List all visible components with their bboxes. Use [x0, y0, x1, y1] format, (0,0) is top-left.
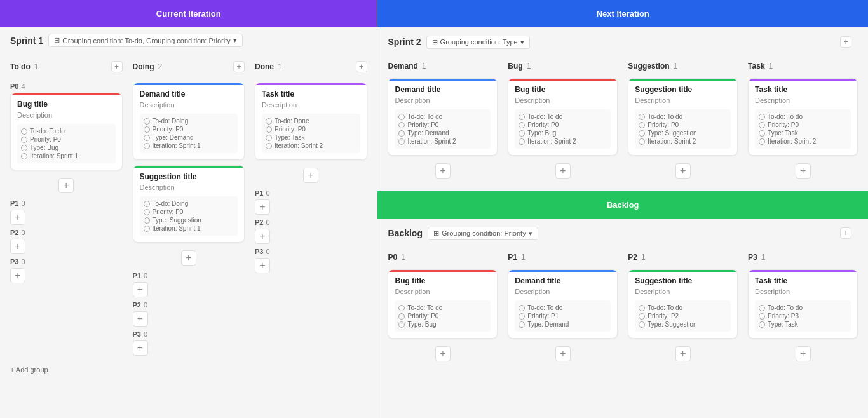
col-bug-label: Bug [508, 62, 522, 71]
column-doing-count: 2 [158, 62, 163, 71]
column-doing-header: Doing 2 + [133, 56, 245, 78]
done-p1-add[interactable]: + [255, 199, 270, 215]
bld-r3: Type: Demand [519, 321, 607, 328]
doing-p3-add[interactable]: + [133, 340, 148, 356]
card-suggestion-backlog[interactable]: Suggestion title Description To-do: To d… [628, 269, 738, 339]
backlog-sprint-header: Backlog ⊞ Grouping condition: Priority ▾… [377, 219, 868, 248]
todo-add-card-btn[interactable]: + [58, 178, 74, 193]
doing-p1: P10 [133, 272, 245, 280]
meta-text-3: Type: Bug [30, 144, 58, 151]
sprint1-title: Sprint 1 [10, 36, 43, 46]
col-bug-header: Bug 1 [508, 59, 618, 73]
doing-p2-add[interactable]: + [133, 311, 148, 327]
column-done-count: 1 [278, 62, 282, 71]
demand-meta-row-4: Iteration: Sprint 1 [144, 142, 234, 149]
blb-r1: To-do: To do [398, 304, 487, 311]
card-bug-backlog[interactable]: Bug title Description To-do: To do Prior… [388, 269, 498, 339]
group-p3-todo: P3 0 [10, 258, 123, 266]
add-todo-btn[interactable]: + [111, 61, 123, 72]
ni-demand-add[interactable]: + [435, 163, 451, 179]
bl-task-meta: To-do: To do Priority: P3 Type: Task [755, 300, 851, 332]
bls-t3: Type: Suggestion [648, 321, 696, 328]
sug-meta-text-4: Iteration: Sprint 1 [153, 225, 201, 232]
t-meta-text-1: To-do: Done [275, 118, 309, 125]
column-done-label: Done [255, 62, 274, 71]
bld-r2: Priority: P1 [519, 313, 607, 320]
meta-icon-4 [21, 153, 27, 159]
blt-t1: To-do: To do [768, 304, 803, 311]
card-bug-sprint1[interactable]: Bug title Description To-do: To do Prior… [10, 93, 123, 170]
sprint2-add-col-btn[interactable]: + [840, 36, 851, 48]
ni-sug-add[interactable]: + [675, 163, 691, 179]
d-meta-icon-2 [144, 126, 150, 133]
backlog-title: Backlog [388, 228, 422, 238]
done-p2-add[interactable]: + [255, 229, 270, 244]
bls-i2 [639, 313, 645, 320]
add-doing-btn[interactable]: + [233, 61, 245, 72]
nis-t1: To-do: To do [648, 113, 682, 120]
card-demand-sprint1[interactable]: Demand title Description To-do: Doing Pr… [133, 83, 245, 160]
add-group-btn[interactable]: + Add group [0, 361, 377, 379]
demand-meta-row-1: To-do: Doing [144, 118, 234, 125]
d-meta-icon-1 [144, 118, 150, 125]
t-meta-row-2: Priority: P0 [266, 126, 356, 133]
col-task-sprint2: Task 1 Task title Description To-do: To … [744, 57, 862, 184]
sprint1-grouping-btn[interactable]: ⊞ Grouping condition: To-do, Grouping co… [48, 34, 243, 47]
meta-row-3: Type: Bug [21, 144, 112, 151]
doing-add-card-btn[interactable]: + [181, 250, 196, 266]
card-task-backlog[interactable]: Task title Description To-do: To do Prio… [748, 269, 858, 339]
col-sug-count: 1 [674, 62, 678, 71]
sprint2-columns: Demand 1 Demand title Description To-do:… [377, 57, 868, 184]
blb-t1: To-do: To do [407, 304, 442, 311]
task-card-meta: To-do: Done Priority: P0 Type: Task Iter… [262, 114, 360, 153]
done-p3-add[interactable]: + [255, 258, 270, 273]
t-meta-icon-1 [266, 118, 272, 125]
bl-p3-add[interactable]: + [796, 346, 811, 361]
card-demand-backlog[interactable]: Demand title Description To-do: To do Pr… [508, 269, 618, 339]
nib-i2 [519, 122, 525, 128]
d-meta-text-2: Priority: P0 [153, 126, 184, 133]
p2-add-btn[interactable]: + [10, 239, 25, 254]
col-bug-sprint2: Bug 1 Bug title Description To-do: To do… [504, 57, 621, 184]
ni-task-add[interactable]: + [796, 163, 811, 179]
col-backlog-p3: P3 1 Task title Description To-do: To do… [744, 248, 862, 367]
backlog-grouping-btn[interactable]: ⊞ Grouping condition: Priority ▾ [428, 227, 538, 240]
nit-t2: Priority: P0 [768, 121, 799, 128]
backlog-add-col-btn[interactable]: + [840, 227, 851, 239]
grouping3-icon: ⊞ [433, 229, 439, 238]
card-task-ni[interactable]: Task title Description To-do: To do Prio… [748, 78, 858, 156]
blt-i3 [759, 321, 765, 328]
doing-p1-add[interactable]: + [133, 282, 148, 297]
col-task-header: Task 1 [748, 59, 858, 73]
nib-r3: Type: Bug [519, 130, 607, 137]
nib-r2: Priority: P0 [519, 121, 607, 128]
todo-add-wrap: + [10, 175, 123, 196]
card-bug-ni[interactable]: Bug title Description To-do: To do Prior… [508, 78, 618, 156]
bl-sug-desc: Description [635, 288, 731, 295]
col-bp3-header: P3 1 [748, 250, 858, 264]
sprint2-grouping-label: Grouping condition: Type [440, 38, 518, 46]
sprint2-grouping-btn[interactable]: ⊞ Grouping condition: Type ▾ [426, 36, 530, 49]
bl-p2-add[interactable]: + [675, 346, 691, 361]
bl-p0-add[interactable]: + [435, 346, 451, 361]
bl-p1-add[interactable]: + [555, 346, 571, 361]
col-bp1-label: P1 [508, 253, 517, 262]
meta-icon-1 [21, 128, 27, 135]
bl-demand-title: Demand title [515, 276, 611, 285]
nid-i4 [398, 138, 405, 145]
card-suggestion-sprint1[interactable]: Suggestion title Description To-do: Doin… [133, 165, 245, 243]
bls-t1: To-do: To do [648, 304, 682, 311]
bug-card-meta: To-do: To do Priority: P0 Type: Bug Iter… [17, 124, 116, 163]
card-task-sprint1[interactable]: Task title Description To-do: Done Prior… [255, 83, 367, 160]
ni-bug-add[interactable]: + [555, 163, 571, 179]
bug-card-desc: Description [17, 111, 116, 119]
p3-add-btn[interactable]: + [10, 268, 25, 283]
card-suggestion-ni[interactable]: Suggestion title Description To-do: To d… [628, 78, 738, 156]
p1-add-btn[interactable]: + [10, 210, 25, 225]
done-p2: P20 [255, 219, 367, 226]
card-demand-ni[interactable]: Demand title Description To-do: To do Pr… [388, 78, 498, 156]
add-done-btn[interactable]: + [356, 61, 367, 72]
group-p3-label: P3 [10, 258, 18, 266]
done-add-card-btn[interactable]: + [303, 168, 318, 183]
nid-i1 [398, 114, 405, 120]
